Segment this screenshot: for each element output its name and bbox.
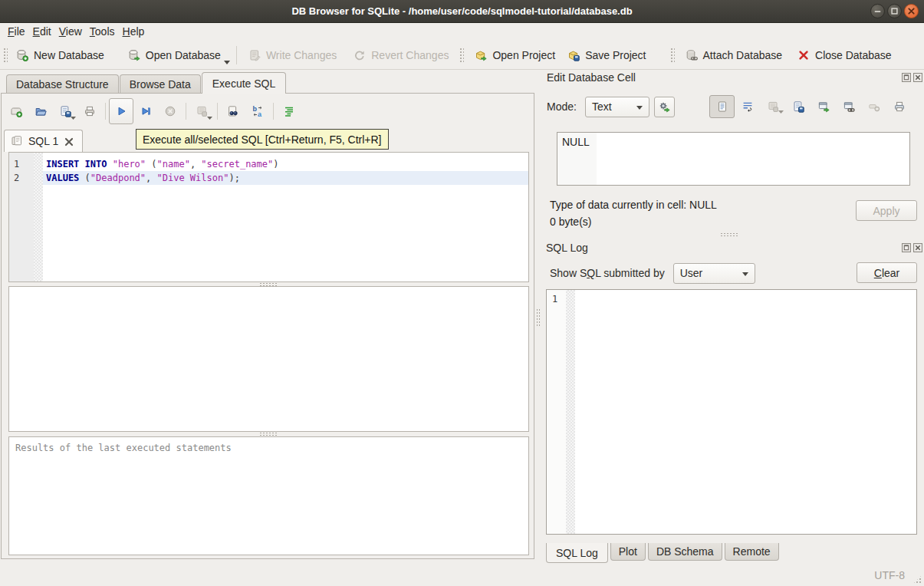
sql-file-icon [11,135,23,147]
tab-execute-sql[interactable]: Execute SQL [202,72,287,94]
find-replace-button[interactable]: ba [245,98,270,124]
toolbar-handle[interactable] [459,47,464,64]
stop-execution-button[interactable] [158,98,182,124]
menu-edit[interactable]: Edit [29,24,55,40]
find-in-sql-icon [227,105,239,117]
close-button[interactable] [904,4,919,18]
open-external-button[interactable] [811,95,836,118]
save-sql-file-button[interactable] [53,98,77,124]
new-database-button[interactable]: New Database [10,45,110,65]
toolbar-separator [273,103,274,120]
encoding-indicator: UTF-8 [874,569,905,581]
new-database-icon [16,49,28,61]
import-data-icon [767,100,779,113]
find-in-sql-button[interactable] [221,98,245,124]
open-database-menu-caret[interactable] [224,54,230,67]
close-dock-icon[interactable] [913,243,922,252]
new-database-label: New Database [34,49,104,61]
sql-toolbar: ba [4,97,301,126]
save-project-icon [567,49,580,61]
close-database-icon [797,49,810,61]
execute-all-button[interactable] [109,98,133,124]
menu-view[interactable]: View [55,24,86,40]
save-sql-file-icon [59,105,71,117]
mode-combobox[interactable]: Text [585,97,649,117]
bottom-tab-db-schema[interactable]: DB Schema [648,543,722,561]
resize-grip[interactable] [912,574,922,584]
float-dock-icon[interactable] [902,73,911,82]
new-sql-tab-button[interactable] [4,98,28,124]
execute-line-button[interactable] [133,98,158,124]
sql-log-title: SQL Log [546,242,588,254]
menu-file[interactable]: File [4,24,29,40]
write-changes-label: Write Changes [266,49,337,61]
open-project-button[interactable]: Open Project [469,45,561,65]
revert-changes-label: Revert Changes [371,49,449,61]
toolbar-handle[interactable] [2,47,8,64]
toolbar-separator [105,103,106,120]
sql-document-tab[interactable]: SQL 1 [4,130,83,152]
close-dock-icon[interactable] [913,73,922,82]
panel-splitter[interactable] [535,70,541,565]
import-data-button[interactable] [760,95,785,118]
open-database-label: Open Database [146,49,221,61]
auto-format-button[interactable] [654,97,675,117]
clear-button[interactable]: Clear [857,262,917,283]
attach-database-icon [686,49,698,61]
set-null-button[interactable] [861,95,886,118]
close-database-button[interactable]: Close Database [791,45,898,65]
mode-label: Mode: [547,100,577,113]
execute-all-icon [115,105,127,117]
tab-database-structure[interactable]: Database Structure [6,74,119,94]
sql-code[interactable]: INSERT INTO "hero" ("name", "secret_name… [43,153,528,281]
apply-button[interactable]: Apply [856,200,917,221]
edit-cell-dock-buttons [902,73,922,82]
toolbar-separator [236,46,237,64]
sql-log-area[interactable]: 1 [546,289,917,535]
new-sql-tab-icon [10,105,22,117]
results-message[interactable]: Results of the last executed statements [8,436,529,555]
export-data-button[interactable] [785,95,811,118]
save-project-button[interactable]: Save Project [561,45,652,65]
results-grid[interactable] [8,286,529,432]
filter-combobox[interactable]: User [673,263,755,284]
open-project-label: Open Project [492,49,555,61]
save-results-button[interactable] [189,98,214,124]
maximize-button[interactable] [887,4,902,18]
print-sql-icon [84,105,96,117]
word-wrap-button[interactable] [735,95,760,118]
bottom-tab-remote[interactable]: Remote [725,543,779,561]
close-tab-icon[interactable] [64,136,74,146]
format-sql-button[interactable] [277,98,301,124]
menu-help[interactable]: Help [119,24,149,40]
sql-editor[interactable]: 12 INSERT INTO "hero" ("name", "secret_n… [8,152,529,282]
svg-text:a: a [258,110,262,118]
open-sql-file-icon [35,105,47,117]
float-dock-icon[interactable] [902,243,911,252]
dock-splitter[interactable] [541,232,917,237]
minimize-button[interactable] [870,4,885,18]
format-sql-icon [283,105,295,117]
print-sql-button[interactable] [77,98,102,124]
link-cell-button[interactable] [836,95,861,118]
cell-editor[interactable]: NULL [557,132,910,186]
bottom-tab-bar: SQL LogPlotDB SchemaRemote [546,543,781,564]
revert-changes-button[interactable]: Revert Changes [347,45,455,65]
open-database-button[interactable]: Open Database [122,45,227,65]
sql-tab-bar: SQL 1 [4,129,83,152]
bottom-tab-plot[interactable]: Plot [610,543,646,561]
write-changes-button[interactable]: Write Changes [242,45,343,65]
log-line-number: 1 [547,290,566,534]
open-database-icon [128,49,140,61]
find-replace-icon: ba [252,105,264,117]
menu-tools[interactable]: Tools [86,24,119,40]
open-sql-file-button[interactable] [28,98,53,124]
attach-database-button[interactable]: Attach Database [679,45,789,65]
tab-browse-data[interactable]: Browse Data [120,74,201,94]
print-cell-button[interactable] [886,95,912,118]
cell-type-info: Type of data currently in cell: NULL [550,199,717,211]
main-toolbar: New DatabaseOpen DatabaseWrite ChangesRe… [0,41,924,70]
toolbar-handle[interactable] [669,47,675,64]
text-view-button[interactable] [709,95,735,118]
bottom-tab-sql-log[interactable]: SQL Log [546,543,608,563]
